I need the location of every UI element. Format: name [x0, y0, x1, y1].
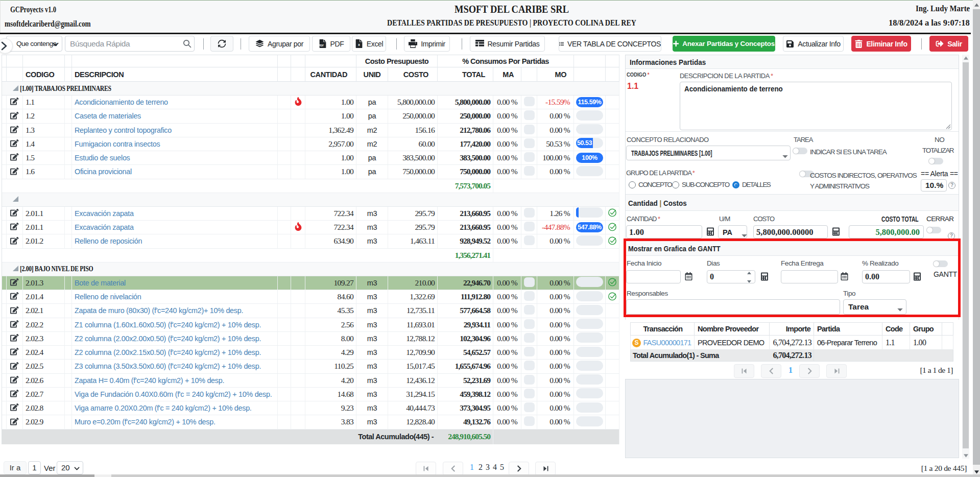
- svg-text:x: x: [358, 42, 360, 47]
- svg-text:PDF: PDF: [319, 44, 324, 47]
